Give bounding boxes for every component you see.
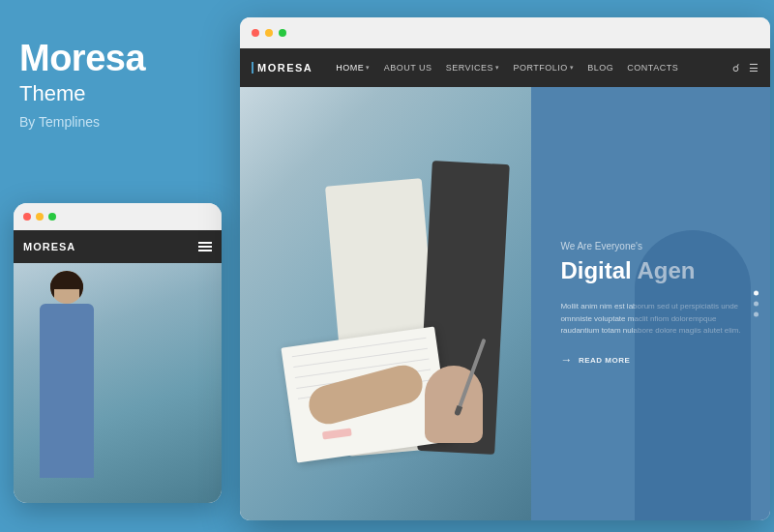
dot-yellow <box>36 213 44 221</box>
desktop-mockup: MORESA HOME ▾ ABOUT US SERVICES ▾ PORTFO… <box>240 17 770 520</box>
hero-photo <box>240 87 531 520</box>
mobile-mockup: MORESA <box>14 203 222 503</box>
nav-about[interactable]: ABOUT US <box>384 63 432 73</box>
hero-text-panel: We Are Everyone's Digital Agen Mollit an… <box>531 87 770 520</box>
nav-contacts[interactable]: CONTACTS <box>627 63 678 73</box>
hands-area <box>259 124 521 491</box>
hero-slider-dots <box>754 291 759 317</box>
cta-label: READ MORE <box>579 356 630 365</box>
dt-dot-red <box>252 29 259 37</box>
brand-subtitle: Theme <box>19 81 213 106</box>
nav-blog[interactable]: BLOG <box>587 63 613 73</box>
mobile-person <box>33 271 101 503</box>
hero-dot-2[interactable] <box>754 302 759 307</box>
desktop-nav-logo: MORESA <box>252 62 313 74</box>
brand-author: By Templines <box>19 114 213 130</box>
desktop-hero: We Are Everyone's Digital Agen Mollit an… <box>240 87 770 520</box>
desktop-top-bar <box>240 17 770 48</box>
nav-icons: ☌ ☰ <box>732 62 759 74</box>
dt-dot-green <box>279 29 286 37</box>
hand <box>425 366 483 443</box>
dt-dot-yellow <box>265 29 273 37</box>
menu-icon[interactable]: ☰ <box>749 62 759 74</box>
desktop-nav: MORESA HOME ▾ ABOUT US SERVICES ▾ PORTFO… <box>240 48 770 87</box>
bg-person-silhouette <box>635 230 751 520</box>
mobile-nav: MORESA <box>14 230 222 263</box>
brand-title: Moresa <box>19 39 213 79</box>
dot-red <box>23 213 31 221</box>
hero-dot-3[interactable] <box>754 312 759 317</box>
hero-dot-1[interactable] <box>754 291 759 296</box>
nav-portfolio[interactable]: PORTFOLIO ▾ <box>513 63 574 73</box>
mobile-top-bar <box>14 203 222 230</box>
nav-services[interactable]: SERVICES ▾ <box>446 63 500 73</box>
mobile-hero-image <box>14 263 222 503</box>
nav-home[interactable]: HOME ▾ <box>336 63 371 73</box>
cta-arrow-icon: → <box>560 353 573 367</box>
mobile-menu-icon[interactable] <box>198 242 212 251</box>
search-icon[interactable]: ☌ <box>732 62 739 74</box>
dot-green <box>48 213 56 221</box>
mobile-nav-logo: MORESA <box>23 241 75 252</box>
